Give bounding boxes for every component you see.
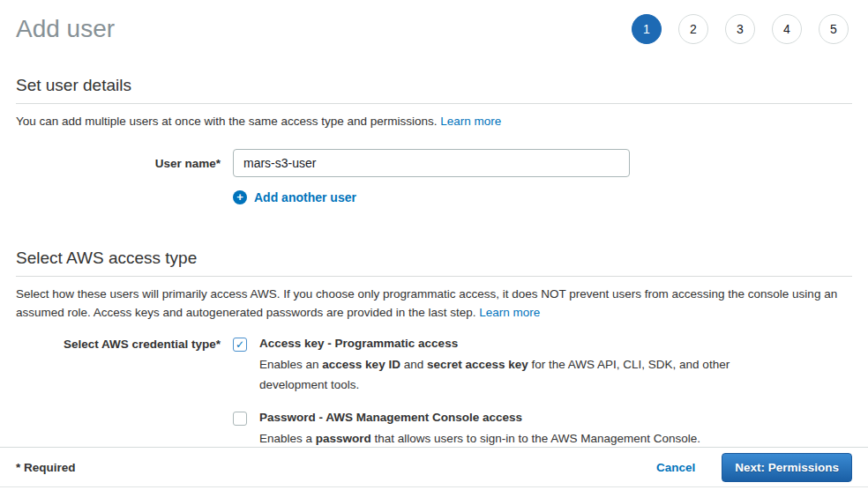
wizard-step-4: 4 <box>772 14 802 44</box>
wizard-step-2: 2 <box>678 14 708 44</box>
plus-circle-icon: + <box>233 190 247 204</box>
password-option-text: Password - AWS Management Console access… <box>259 411 700 449</box>
access-key-checkbox[interactable]: ✓ <box>233 338 247 352</box>
credential-options: ✓ Access key - Programmatic access Enabl… <box>233 337 750 449</box>
access-key-option-text: Access key - Programmatic access Enables… <box>259 337 750 396</box>
text-fragment: Enables a <box>259 432 316 445</box>
text-fragment: that allows users to sign-in to the AWS … <box>371 432 700 445</box>
wizard-footer: * Required Cancel Next: Permissions <box>0 447 868 487</box>
credential-type-row: Select AWS credential type* ✓ Access key… <box>16 337 852 449</box>
wizard-step-5: 5 <box>819 14 849 44</box>
learn-more-link-user-details[interactable]: Learn more <box>440 115 501 128</box>
user-details-intro: You can add multiple users at once with … <box>16 113 852 131</box>
add-another-user-button[interactable]: + Add another user <box>233 190 852 204</box>
access-key-option-desc: Enables an access key ID and secret acce… <box>259 355 750 396</box>
password-checkbox[interactable] <box>233 412 247 426</box>
username-form-row: User name* <box>16 149 852 177</box>
access-type-intro: Select how these users will primarily ac… <box>16 286 852 323</box>
access-type-intro-text: Select how these users will primarily ac… <box>16 287 837 319</box>
access-key-option-title[interactable]: Access key - Programmatic access <box>259 337 750 350</box>
text-fragment-bold: access key ID <box>322 358 400 371</box>
wizard-step-indicator: 1 2 3 4 5 <box>632 14 849 44</box>
section-heading-access-type: Select AWS access type <box>16 249 852 277</box>
password-option-title[interactable]: Password - AWS Management Console access <box>259 411 700 424</box>
username-label: User name* <box>16 149 221 177</box>
text-fragment: Enables an <box>259 358 322 371</box>
credential-type-label: Select AWS credential type* <box>16 337 221 449</box>
cancel-button[interactable]: Cancel <box>656 461 695 474</box>
next-permissions-button[interactable]: Next: Permissions <box>722 453 852 482</box>
user-details-intro-text: You can add multiple users at once with … <box>16 115 438 128</box>
username-input[interactable] <box>233 149 630 177</box>
page-title: Add user <box>16 15 115 43</box>
footer-actions: Cancel Next: Permissions <box>656 453 852 482</box>
wizard-header: Add user 1 2 3 4 5 <box>0 0 868 44</box>
wizard-step-1: 1 <box>632 14 662 44</box>
required-note: * Required <box>16 461 76 474</box>
check-icon: ✓ <box>236 338 244 351</box>
section-heading-user-details: Set user details <box>16 76 852 104</box>
option-access-key: ✓ Access key - Programmatic access Enabl… <box>233 337 750 396</box>
text-fragment: and <box>400 358 427 371</box>
learn-more-link-access-type[interactable]: Learn more <box>479 306 540 319</box>
add-another-user-label: Add another user <box>254 190 356 204</box>
text-fragment-bold: secret access key <box>427 358 528 371</box>
wizard-content: Set user details You can add multiple us… <box>0 76 868 449</box>
wizard-step-3: 3 <box>725 14 755 44</box>
option-password: Password - AWS Management Console access… <box>233 411 750 449</box>
text-fragment-bold: password <box>316 432 371 445</box>
add-user-wizard-page: Add user 1 2 3 4 5 Set user details You … <box>0 0 868 490</box>
